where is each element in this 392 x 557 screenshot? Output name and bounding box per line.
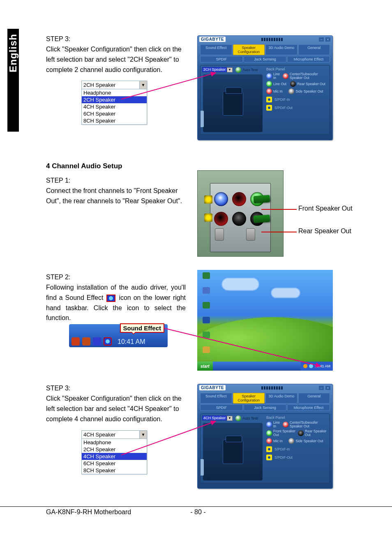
tray-icon[interactable] (71, 337, 80, 346)
auto-test-button[interactable]: Auto Test (235, 67, 258, 73)
step2-block: STEP 2: Following installation of the au… (46, 274, 190, 323)
tab-general[interactable]: General (298, 393, 330, 404)
tab-speaker-config[interactable]: Speaker Configuration (233, 393, 265, 404)
dropdown-item[interactable]: 4CH Speaker (82, 103, 147, 110)
sound-effect-tray-icon[interactable] (104, 337, 112, 346)
tray-icon[interactable] (303, 364, 307, 368)
step-label: STEP 2: (46, 274, 190, 281)
callout-line (261, 209, 297, 210)
jack-rear-speaker-out (250, 212, 264, 226)
step-label: STEP 3: (46, 35, 190, 43)
tab-jack-sensing[interactable]: Jack Sensing (244, 56, 286, 63)
tab-spdif[interactable]: SPDIF (200, 56, 243, 63)
minimize-icon[interactable]: – (318, 385, 324, 390)
dropdown-selected[interactable]: 2CH Speaker (82, 81, 139, 89)
step1-block: STEP 1: Connect the front channels to "F… (46, 177, 190, 207)
start-button[interactable]: start (197, 362, 213, 371)
jack-icon[interactable] (266, 73, 272, 79)
jack-icon (214, 192, 228, 206)
dropdown-item[interactable]: 4CH Speaker (82, 453, 147, 460)
side-drawer-handle[interactable] (201, 111, 204, 127)
jack-icon[interactable] (290, 81, 296, 87)
system-tray: 10:41 AM (301, 362, 333, 371)
tab-speaker-config[interactable]: Speaker Configuration (233, 44, 265, 55)
tab-3d-audio-demo[interactable]: 3D Audio Demo (265, 393, 297, 404)
step-text: Connect the front channels to "Front Spe… (46, 186, 186, 207)
room-preview (203, 423, 263, 480)
page: English STEP 3: Click "Speaker Configura… (0, 0, 392, 557)
close-icon[interactable]: × (325, 37, 331, 42)
tab-general[interactable]: General (298, 44, 330, 55)
close-icon[interactable]: × (325, 385, 331, 390)
dropdown-item[interactable]: 6CH Speaker (82, 460, 147, 467)
taskbar-tooltip-figure: Sound Effect 10:41 AM (69, 324, 168, 347)
dropdown-item[interactable]: 8CH Speaker (82, 117, 147, 124)
jack-icon[interactable] (266, 81, 272, 87)
callout-line (261, 232, 297, 232)
jack-icon[interactable] (266, 438, 272, 444)
spdif-icon[interactable] (266, 455, 272, 460)
tab-sound-effect[interactable]: Sound Effect (200, 393, 232, 404)
spdif-icon[interactable] (266, 446, 272, 452)
tab-mic-effect[interactable]: Microphone Effect (287, 56, 330, 63)
tab-3d-audio-demo[interactable]: 3D Audio Demo (265, 44, 297, 55)
jack-icon[interactable] (283, 422, 288, 427)
spdif-icon[interactable] (266, 105, 272, 111)
clock-time: 10:41 AM (315, 364, 330, 368)
jack-icon (214, 212, 228, 226)
minimize-icon[interactable]: – (318, 37, 324, 42)
optical-port-icon (204, 195, 212, 204)
brand-logo: GIGABYTE (199, 385, 226, 390)
optical-port-icon (204, 214, 212, 222)
section-title: 4 Channel Audio Setup (46, 162, 122, 170)
room-preview (203, 74, 263, 132)
callout-label: Rear Speaker Out (298, 227, 351, 235)
tab-jack-sensing[interactable]: Jack Sensing (244, 404, 286, 411)
jack-icon (232, 192, 246, 206)
page-footer: GA-K8NF-9-RH Motherboard - 80 - (0, 506, 392, 516)
tab-mic-effect[interactable]: Microphone Effect (287, 404, 330, 411)
footer-product: GA-K8NF-9-RH Motherboard (46, 508, 190, 516)
jack-icon[interactable] (266, 88, 272, 94)
dropdown-item[interactable]: Headphone (82, 439, 147, 446)
desktop-screenshot: start 10:41 AM (197, 270, 333, 371)
dropdown-item[interactable]: 2CH Speaker (82, 446, 147, 453)
jack-icon[interactable] (266, 422, 272, 427)
back-panel-photo (197, 170, 284, 257)
perforation-decor (227, 38, 317, 41)
play-icon (235, 415, 241, 421)
callout-label: Front Speaker Out (298, 205, 353, 212)
play-icon (235, 67, 241, 73)
dropdown-selected[interactable]: 4CH Speaker (82, 431, 139, 439)
tray-icon[interactable] (93, 337, 101, 346)
tab-sound-effect[interactable]: Sound Effect (200, 44, 232, 55)
side-drawer-handle[interactable] (201, 459, 204, 476)
back-panel-header: Back Panel (266, 67, 328, 71)
step-text: Click "Speaker Configuration" then click… (46, 44, 186, 75)
step-label: STEP 3: (46, 385, 190, 392)
jack-icon[interactable] (298, 430, 304, 436)
jack-icon[interactable] (283, 73, 288, 79)
spdif-icon[interactable] (266, 97, 272, 102)
jack-icon[interactable] (288, 88, 294, 94)
dropdown-item[interactable]: Headphone (82, 89, 147, 96)
dropdown-item[interactable]: 6CH Speaker (82, 110, 147, 117)
speaker-mode-dropdown[interactable]: 2CH Speaker▼ (202, 67, 233, 72)
sound-effect-tray-icon[interactable] (309, 364, 313, 368)
step-text: Click "Speaker Configuration" then click… (46, 394, 186, 424)
footer-page-number: - 80 - (190, 508, 205, 516)
audio-panel-2ch: GIGABYTE – × Sound Effect Speaker Config… (197, 35, 333, 140)
jack-front-speaker-out (250, 192, 264, 206)
dropdown-item[interactable]: 8CH Speaker (82, 467, 147, 474)
dropdown-2ch-figure: 2CH Speaker ▼ Headphone 2CH Speaker 4CH … (81, 81, 147, 125)
jack-icon[interactable] (288, 438, 294, 444)
language-side-tab: English (7, 29, 19, 132)
speaker-mode-dropdown[interactable]: 4CH Speaker▼ (202, 415, 233, 421)
chevron-down-icon[interactable]: ▼ (139, 81, 147, 89)
dropdown-item[interactable]: 2CH Speaker (82, 96, 147, 103)
tab-spdif[interactable]: SPDIF (200, 404, 243, 411)
tray-icon[interactable] (82, 337, 90, 346)
jack-icon[interactable] (266, 430, 272, 436)
auto-test-button[interactable]: Auto Test (235, 415, 258, 421)
chevron-down-icon[interactable]: ▼ (139, 431, 147, 439)
